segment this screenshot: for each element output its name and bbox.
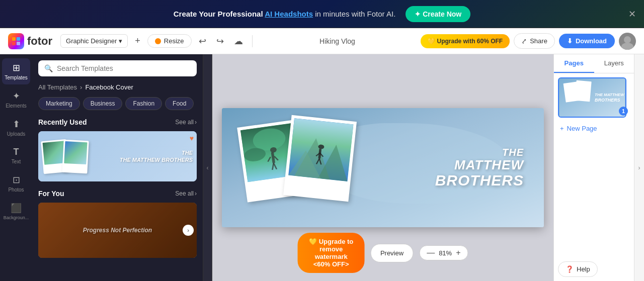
add-page-button[interactable]: +: [132, 34, 143, 48]
thumb-photo-2: [62, 139, 89, 173]
resize-button[interactable]: Resize: [147, 34, 192, 48]
search-icon: 🔍: [44, 64, 53, 72]
elements-icon: ✦: [13, 90, 20, 102]
watermark-remove-button[interactable]: 💛 Upgrade to remove watermark <60% OFF>: [298, 233, 365, 273]
banner-create: Create Your Professional: [174, 10, 265, 18]
thumb-photo-img-2: [64, 141, 87, 164]
svg-text:THE MATTHEW: THE MATTHEW: [595, 92, 625, 97]
filter-marketing[interactable]: Marketing: [38, 97, 80, 110]
template-next-button[interactable]: ›: [183, 225, 194, 236]
right-panel-expand-button[interactable]: ›: [634, 54, 644, 281]
recently-used-title: Recently Used: [38, 118, 87, 126]
right-panel: Pages Layers THE MATTHEW: [553, 54, 634, 281]
sidebar-item-photos[interactable]: ⊡ Photos: [2, 170, 30, 197]
for-you-see-all[interactable]: See all ›: [175, 190, 197, 197]
recently-used-see-all[interactable]: See all ›: [175, 119, 197, 126]
sidebar-nav: ⊞ Templates ✦ Elements ⬆ Uploads T Text …: [0, 54, 32, 281]
zoom-out-button[interactable]: —: [427, 249, 435, 257]
sidebar-item-label: Elements: [6, 103, 27, 109]
project-name: Hiking Vlog: [259, 37, 417, 45]
search-box: 🔍: [38, 60, 197, 76]
zoom-in-button[interactable]: +: [456, 249, 460, 257]
page-thumb-1[interactable]: THE MATTHEW BROTHERS: [558, 77, 626, 118]
filter-fashion[interactable]: Fashion: [125, 97, 162, 110]
for-you-header: For You See all ›: [38, 190, 197, 198]
new-page-button[interactable]: + New Page: [558, 122, 599, 135]
create-now-button[interactable]: ✦ Create Now: [406, 6, 470, 22]
tab-layers[interactable]: Layers: [594, 54, 634, 73]
cloud-save-button[interactable]: ☁: [231, 34, 246, 49]
right-panel-content: THE MATTHEW BROTHERS 1 + New Page: [554, 73, 634, 257]
canvas-title: THE MATTHEW BROTHERS: [435, 147, 524, 189]
thumb-foryou-inner: Progress Not Perfection: [38, 203, 197, 258]
heart-icon: ♥: [190, 134, 194, 142]
canvas-title-brothers: BROTHERS: [435, 172, 524, 189]
banner-close-button[interactable]: ✕: [628, 9, 636, 20]
zoom-level: 81%: [439, 249, 452, 257]
thumb-brothers-text: THE THE MATTHEW BROTHERS: [91, 149, 193, 164]
resize-label: Resize: [164, 37, 184, 45]
sidebar-item-label: Text: [12, 159, 21, 164]
main-layout: ⊞ Templates ✦ Elements ⬆ Uploads T Text …: [0, 54, 644, 281]
page-thumb-container: THE MATTHEW BROTHERS 1: [558, 77, 630, 118]
search-input[interactable]: [57, 64, 191, 72]
plus-icon: +: [560, 125, 564, 132]
redo-button[interactable]: ↪: [213, 34, 227, 49]
photos-icon: ⊡: [13, 174, 20, 185]
designer-label: Graphic Designer: [66, 37, 117, 45]
svg-rect-3: [17, 42, 20, 45]
banner-highlight: AI Headshots: [265, 10, 313, 18]
sidebar-item-label: Uploads: [7, 131, 26, 137]
tab-pages[interactable]: Pages: [554, 54, 594, 73]
panel-collapse-handle[interactable]: ‹: [203, 54, 212, 281]
thumb-brothers-inner: THE THE MATTHEW BROTHERS: [38, 131, 197, 181]
download-icon: ⬇: [567, 37, 573, 45]
bottom-bar: 💛 Upgrade to remove watermark <60% OFF> …: [298, 233, 468, 273]
breadcrumb-all-link[interactable]: All Templates: [38, 83, 77, 91]
toolbar: fotor Graphic Designer ▾ + Resize ↩ ↪ ☁ …: [0, 28, 644, 54]
canvas[interactable]: THE MATTHEW BROTHERS: [222, 108, 544, 227]
share-button[interactable]: ⤤ Share: [514, 33, 555, 49]
sidebar-item-elements[interactable]: ✦ Elements: [2, 86, 30, 113]
upgrade-button[interactable]: 💛 Upgrade with 60% OFF: [421, 34, 510, 48]
download-button[interactable]: ⬇ Download: [559, 34, 615, 48]
top-banner: Create Your Professional AI Headshots in…: [0, 0, 644, 28]
zoom-controls: — 81% +: [419, 245, 468, 260]
breadcrumb-current: Facebook Cover: [85, 83, 133, 91]
resize-dot: [155, 38, 161, 44]
svg-rect-1: [17, 37, 20, 41]
filter-food[interactable]: Food: [165, 97, 194, 110]
toolbar-divider: [252, 35, 253, 47]
sidebar-item-label: Backgroun...: [4, 215, 29, 220]
help-container: ❓ Help: [554, 257, 634, 281]
download-label: Download: [576, 37, 607, 45]
template-foryou-thumb[interactable]: Progress Not Perfection ›: [38, 203, 197, 258]
template-brothers-thumb[interactable]: THE THE MATTHEW BROTHERS ♥: [38, 131, 197, 181]
logo: fotor: [8, 33, 52, 49]
sidebar-item-label: Templates: [5, 75, 28, 80]
for-you-title: For You: [38, 190, 64, 198]
canvas-area: THE MATTHEW BROTHERS 💛 Upgrade to remove…: [212, 54, 553, 281]
sidebar-item-text[interactable]: T Text: [2, 143, 30, 168]
svg-rect-2: [12, 42, 16, 45]
sidebar-item-templates[interactable]: ⊞ Templates: [2, 58, 30, 84]
filter-business[interactable]: Business: [83, 97, 123, 110]
preview-button[interactable]: Preview: [371, 244, 413, 262]
logo-text: fotor: [27, 35, 52, 48]
graphic-designer-button[interactable]: Graphic Designer ▾: [60, 34, 128, 48]
sidebar-item-label: Photos: [8, 187, 24, 193]
help-label: Help: [577, 265, 590, 273]
svg-point-4: [624, 36, 631, 43]
backgrounds-icon: ⬛: [11, 203, 22, 214]
polaroid-2: [283, 115, 357, 202]
thumb-foryou-bg: Progress Not Perfection: [38, 203, 197, 258]
help-button[interactable]: ❓ Help: [558, 261, 598, 277]
canvas-title-the: THE: [435, 147, 524, 158]
sidebar-item-backgrounds[interactable]: ⬛ Backgroun...: [2, 199, 30, 224]
sidebar-item-uploads[interactable]: ⬆ Uploads: [2, 115, 30, 141]
avatar[interactable]: [619, 33, 636, 50]
templates-icon: ⊞: [13, 62, 20, 73]
banner-text: Create Your Professional AI Headshots in…: [174, 10, 396, 18]
share-icon: ⤤: [521, 37, 527, 45]
undo-button[interactable]: ↩: [196, 34, 209, 49]
